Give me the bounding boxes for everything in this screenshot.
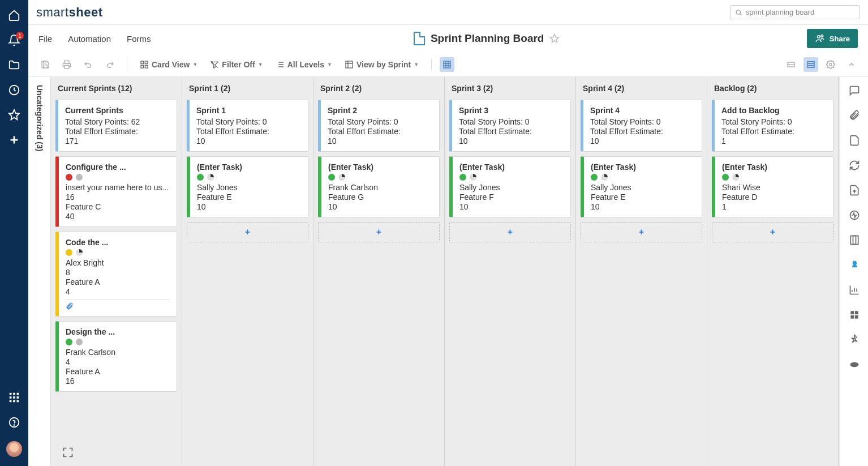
svg-rect-19 <box>145 61 148 64</box>
redo-button[interactable] <box>101 57 119 72</box>
uncategorized-label: Uncategorized (3) <box>35 85 44 151</box>
notifications-icon[interactable]: 1 <box>8 34 20 46</box>
summary-line: Total Story Points: 0 <box>590 117 695 126</box>
task-card[interactable]: (Enter Task)Sally JonesFeature E10 <box>187 156 308 217</box>
task-title: Configure the ... <box>66 163 170 172</box>
summary-card[interactable]: Sprint 3Total Story Points: 0Total Effor… <box>449 100 571 152</box>
column-header[interactable]: Sprint 1 (2) <box>182 77 313 100</box>
update-requests-icon[interactable] <box>849 160 860 171</box>
column-header[interactable]: Sprint 3 (2) <box>445 77 575 100</box>
column-body: Add to BacklogTotal Story Points: 0Total… <box>707 100 838 248</box>
brandfolder-icon[interactable] <box>849 259 860 271</box>
proofs-icon[interactable] <box>849 135 860 146</box>
levels-selector[interactable]: All Levels▼ <box>271 57 337 72</box>
summary-line: 10 <box>196 136 301 146</box>
svg-rect-10 <box>17 400 19 403</box>
task-card[interactable]: (Enter Task)Frank CarlsonFeature G10 <box>318 156 440 217</box>
column-body: Sprint 1Total Story Points: 0Total Effor… <box>182 100 313 248</box>
add-card-button[interactable]: + <box>581 222 702 242</box>
add-card-button[interactable]: + <box>318 222 440 242</box>
viewby-selector[interactable]: View by Sprint▼ <box>340 57 423 72</box>
collapse-right-panel-button[interactable] <box>843 58 860 71</box>
summary-line: 10 <box>459 136 564 146</box>
share-button[interactable]: Share <box>807 29 858 48</box>
dense-view-toggle[interactable] <box>440 57 454 72</box>
column-header[interactable]: Backlog (2) <box>707 77 838 100</box>
status-dot <box>591 174 598 181</box>
integration-icon[interactable] <box>849 359 860 370</box>
summary-line: Total Effort Estimate: <box>459 127 564 136</box>
board-column: Sprint 2 (2)Sprint 2Total Story Points: … <box>313 77 445 466</box>
activity-icon[interactable] <box>849 210 860 221</box>
add-card-button[interactable]: + <box>449 222 571 242</box>
task-card[interactable]: (Enter Task)Sally JonesFeature F10 <box>449 156 571 217</box>
undo-button[interactable] <box>79 57 97 72</box>
print-button[interactable] <box>58 57 76 72</box>
summary-title: Sprint 1 <box>196 106 301 115</box>
workapps-icon[interactable] <box>849 309 860 320</box>
task-line: Frank Carlson <box>66 348 170 357</box>
attachment-indicator[interactable] <box>66 300 170 310</box>
uncategorized-lane[interactable]: Uncategorized (3) <box>28 77 51 466</box>
add-icon[interactable] <box>8 134 20 146</box>
menu-forms[interactable]: Forms <box>127 34 151 44</box>
favorites-icon[interactable] <box>8 109 20 121</box>
summary-card[interactable]: Sprint 2Total Story Points: 0Total Effor… <box>318 100 440 152</box>
task-card[interactable]: Configure the ...insert your name here t… <box>55 156 177 227</box>
svg-rect-23 <box>444 61 450 68</box>
summary-card[interactable]: Current SprintsTotal Story Points: 62Tot… <box>55 100 177 152</box>
summary-card[interactable]: Sprint 4Total Story Points: 0Total Effor… <box>581 100 702 152</box>
search-input[interactable] <box>746 8 855 16</box>
svg-rect-20 <box>141 65 144 68</box>
menu-automation[interactable]: Automation <box>68 34 111 44</box>
svg-rect-21 <box>145 65 148 68</box>
filter-button[interactable]: Filter Off▼ <box>205 57 267 72</box>
search-box[interactable] <box>730 5 860 19</box>
add-card-button[interactable]: + <box>187 222 308 242</box>
add-card-button[interactable]: + <box>712 222 833 242</box>
full-layout-button[interactable] <box>803 57 818 72</box>
settings-button[interactable] <box>822 57 840 72</box>
apps-icon[interactable] <box>8 391 20 404</box>
task-card[interactable]: Code the ...Alex Bright8Feature A4 <box>55 232 177 317</box>
task-card[interactable]: Design the ...Frank Carlson4Feature A16 <box>55 321 177 392</box>
task-title: (Enter Task) <box>722 163 826 172</box>
compact-layout-button[interactable] <box>782 57 800 72</box>
column-header[interactable]: Sprint 4 (2) <box>576 77 707 100</box>
sheet-title: Sprint Planning Board <box>431 32 544 45</box>
board-column: Backlog (2)Add to BacklogTotal Story Poi… <box>707 77 839 466</box>
right-panel <box>840 77 868 466</box>
task-title: (Enter Task) <box>328 163 432 172</box>
svg-rect-31 <box>854 311 858 314</box>
card-view-selector[interactable]: Card View▼ <box>135 57 202 72</box>
summary-card[interactable]: Add to BacklogTotal Story Points: 0Total… <box>712 100 833 152</box>
summary-card[interactable]: Sprint 1Total Story Points: 0Total Effor… <box>187 100 308 152</box>
menu-file[interactable]: File <box>38 34 52 44</box>
column-header[interactable]: Current Sprints (12) <box>51 77 182 100</box>
task-line: 4 <box>66 357 170 366</box>
summary-line: Total Story Points: 0 <box>196 117 301 126</box>
comments-icon[interactable] <box>849 85 860 96</box>
status-dot <box>66 339 72 345</box>
home-icon[interactable] <box>8 9 20 22</box>
svg-rect-2 <box>10 393 12 395</box>
column-header[interactable]: Sprint 2 (2) <box>313 77 444 100</box>
save-button[interactable] <box>36 57 54 72</box>
favorite-star-icon[interactable] <box>549 33 560 44</box>
board-area: Uncategorized (3) Current Sprints (12)Cu… <box>28 77 868 466</box>
recents-icon[interactable] <box>8 84 20 96</box>
task-line: Feature F <box>459 193 564 202</box>
user-avatar[interactable] <box>6 441 22 457</box>
pin-icon[interactable] <box>849 334 860 345</box>
task-card[interactable]: (Enter Task)Shari WiseFeature D1 <box>712 156 833 217</box>
board-column: Sprint 3 (2)Sprint 3Total Story Points: … <box>445 77 576 466</box>
folder-icon[interactable] <box>8 59 20 71</box>
summary-icon[interactable] <box>849 234 860 246</box>
chart-icon[interactable] <box>849 284 860 296</box>
task-card[interactable]: (Enter Task)Sally JonesFeature E10 <box>581 156 702 217</box>
svg-marker-1 <box>9 110 19 119</box>
help-icon[interactable] <box>8 416 20 429</box>
attachments-icon[interactable] <box>849 110 860 121</box>
publish-icon[interactable] <box>849 185 860 196</box>
fullscreen-button[interactable] <box>62 447 74 458</box>
